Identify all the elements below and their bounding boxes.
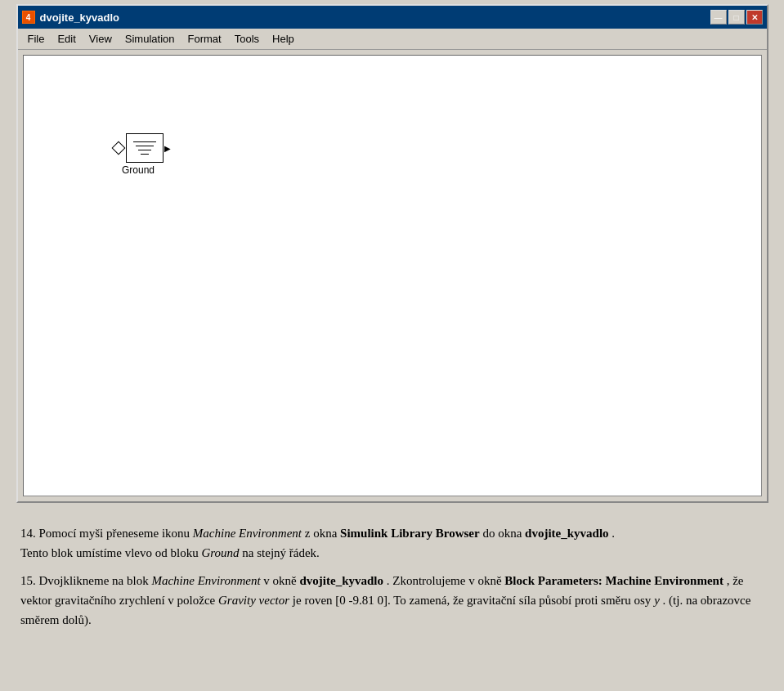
- menu-format[interactable]: Format: [181, 30, 228, 47]
- paragraph-15: 15. Dvojklikneme na blok Machine Environ…: [20, 571, 764, 630]
- step-15-italic1: Machine Environment: [151, 574, 260, 587]
- step-15-text5: je roven [0 -9.81 0]. To zamená, že grav…: [293, 594, 654, 607]
- ground-block[interactable]: ▶ Ground: [114, 133, 164, 176]
- ground-diamond-port: [111, 141, 125, 155]
- menu-bar: File Edit View Simulation Format Tools H…: [18, 29, 767, 50]
- menu-view[interactable]: View: [83, 30, 119, 47]
- step-15-text3: . Zkontrolujeme v okně: [387, 574, 505, 587]
- step-14-text3: do okna: [482, 527, 525, 540]
- step-15-text2: v okně: [263, 574, 299, 587]
- step-15-bold1: dvojite_kyvadlo: [299, 574, 383, 587]
- maximize-button[interactable]: □: [728, 10, 745, 25]
- minimize-button[interactable]: —: [710, 10, 727, 25]
- title-bar: 4 dvojite_kyvadlo — □ ✕: [18, 6, 767, 29]
- ground-line-4: [141, 154, 149, 155]
- step-14-text6: na stejný řádek.: [242, 546, 320, 559]
- step-15-italic2: Gravity vector: [218, 594, 289, 607]
- step-14-italic2: Ground: [201, 546, 239, 559]
- step-14-text4: .: [612, 527, 615, 540]
- paragraph-14: 14. Pomocí myši přeneseme ikonu Machine …: [20, 523, 764, 563]
- simulink-canvas[interactable]: ▶ Ground: [23, 55, 762, 496]
- step-15-italic3: y: [654, 594, 660, 607]
- ground-line-2: [136, 146, 154, 146]
- main-window: 4 dvojite_kyvadlo — □ ✕ File Edit View S…: [16, 4, 768, 503]
- step-15-bold2: Block Parameters: Machine Environment: [504, 574, 724, 587]
- step-14-text5: Tento blok umístíme vlevo od bloku: [20, 546, 201, 559]
- ground-box: ▶: [126, 133, 164, 163]
- ground-line-3: [138, 150, 151, 150]
- window-controls: — □ ✕: [710, 10, 763, 25]
- ground-label: Ground: [114, 164, 164, 176]
- step-14-italic1: Machine Environment: [193, 527, 302, 540]
- menu-simulation[interactable]: Simulation: [119, 30, 181, 47]
- step-14-text2: z okna: [305, 527, 340, 540]
- step-14-bold2: dvojite_kyvadlo: [525, 527, 609, 540]
- window-title: dvojite_kyvadlo: [40, 11, 706, 24]
- menu-tools[interactable]: Tools: [228, 30, 266, 47]
- step-15-text1: Dvojklikneme na blok: [39, 574, 152, 587]
- close-button[interactable]: ✕: [746, 10, 763, 25]
- step-15-num: 15.: [20, 574, 36, 587]
- step-14-num: 14.: [20, 527, 36, 540]
- menu-file[interactable]: File: [21, 30, 52, 47]
- step-14-text1: Pomocí myši přeneseme ikonu: [39, 527, 193, 540]
- menu-help[interactable]: Help: [266, 30, 301, 47]
- ground-symbol: ▶: [114, 133, 164, 163]
- app-icon: 4: [22, 11, 35, 24]
- ground-output-port: ▶: [164, 144, 172, 152]
- ground-lines: [133, 141, 156, 155]
- menu-edit[interactable]: Edit: [51, 30, 82, 47]
- step-14-bold1: Simulink Library Browser: [340, 527, 480, 540]
- text-content-area: 14. Pomocí myši přeneseme ikonu Machine …: [0, 507, 784, 654]
- ground-line-1: [133, 141, 156, 142]
